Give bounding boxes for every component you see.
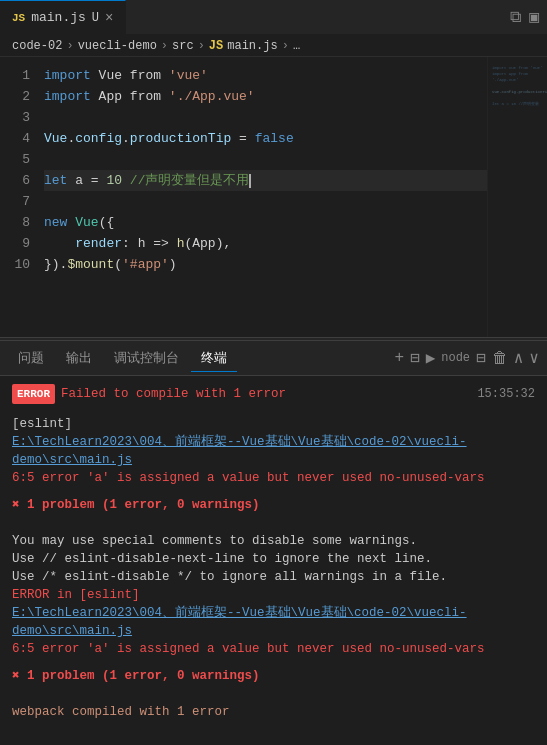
- terminal-tabs: 问题 输出 调试控制台 终端 + ⊟ ▶ node ⊟ 🗑 ∧ ∨: [0, 341, 547, 376]
- add-terminal-icon[interactable]: +: [394, 349, 404, 367]
- split-terminal-icon[interactable]: ⊟: [410, 348, 420, 368]
- code-line-4: Vue.config.productionTip = false: [44, 128, 487, 149]
- line-numbers: 1 2 3 4 5 6 7 8 9 10: [0, 57, 40, 337]
- tab-close-button[interactable]: ×: [105, 11, 113, 25]
- tab-bar: JS main.js U × ⧉ ▣: [0, 0, 547, 35]
- breadcrumb-sep: ›: [66, 39, 73, 53]
- hint-2: Use // eslint-disable-next-line to ignor…: [12, 550, 535, 568]
- run-icon[interactable]: ▶: [426, 348, 436, 368]
- code-line-9: render: h => h(App),: [44, 233, 487, 254]
- error-badge: ERROR: [12, 384, 55, 404]
- error-detail-2: 6:5 error 'a' is assigned a value but ne…: [12, 640, 535, 658]
- js-icon: JS: [12, 12, 25, 24]
- error-message: Failed to compile with 1 error: [61, 385, 286, 403]
- code-line-8: new Vue({: [44, 212, 487, 233]
- breadcrumb-item[interactable]: …: [293, 39, 300, 53]
- error-path-1: E:\TechLearn2023\004、前端框架--Vue基础\Vue基础\c…: [12, 433, 535, 469]
- error-timestamp: 15:35:32: [477, 385, 535, 403]
- eslint-header: [eslint]: [12, 415, 535, 433]
- code-line-1: import Vue from 'vue': [44, 65, 487, 86]
- panel-layout-icon[interactable]: ⊟: [476, 348, 486, 368]
- breadcrumb-sep: ›: [282, 39, 289, 53]
- tab-problems[interactable]: 问题: [8, 345, 54, 371]
- code-lines[interactable]: import Vue from 'vue' import App from '.…: [40, 57, 487, 337]
- code-line-3: [44, 107, 487, 128]
- tab-output[interactable]: 输出: [56, 345, 102, 371]
- minimap: import Vue from 'vue' import App from '.…: [487, 57, 547, 337]
- breadcrumb-item[interactable]: code-02: [12, 39, 62, 53]
- split-editor-icon[interactable]: ⧉: [510, 8, 521, 27]
- editor-actions: ⧉ ▣: [510, 7, 547, 27]
- tab-terminal[interactable]: 终端: [191, 345, 237, 372]
- breadcrumb-item[interactable]: main.js: [227, 39, 277, 53]
- breadcrumb-item[interactable]: vuecli-demo: [78, 39, 157, 53]
- code-editor: 1 2 3 4 5 6 7 8 9 10 import Vue from 'vu…: [0, 57, 547, 337]
- layout-icon[interactable]: ▣: [529, 7, 539, 27]
- node-label: node: [441, 351, 470, 365]
- trash-icon[interactable]: 🗑: [492, 349, 508, 368]
- terminal-content: ERROR Failed to compile with 1 error 15:…: [0, 376, 547, 745]
- chevron-up-icon[interactable]: ∧: [514, 348, 524, 368]
- tab-main-js[interactable]: JS main.js U ×: [0, 0, 126, 35]
- code-line-5: [44, 149, 487, 170]
- tab-label: main.js: [31, 10, 86, 25]
- code-line-10: }).$mount('#app'): [44, 254, 487, 275]
- error-path-2: E:\TechLearn2023\004、前端框架--Vue基础\Vue基础\c…: [12, 604, 535, 640]
- problem-summary-2: ✖ 1 problem (1 error, 0 warnings): [12, 667, 535, 685]
- tab-debug-console[interactable]: 调试控制台: [104, 345, 189, 371]
- hint-3: Use /* eslint-disable */ to ignore all w…: [12, 568, 535, 586]
- breadcrumb-sep: ›: [161, 39, 168, 53]
- error-detail-1: 6:5 error 'a' is assigned a value but ne…: [12, 469, 535, 487]
- error-line-1: ERROR Failed to compile with 1 error 15:…: [12, 384, 535, 404]
- webpack-line: webpack compiled with 1 error: [12, 703, 535, 721]
- breadcrumb-item[interactable]: src: [172, 39, 194, 53]
- code-line-7: [44, 191, 487, 212]
- breadcrumb: code-02 › vuecli-demo › src › JS main.js…: [0, 35, 547, 57]
- error-in: ERROR in [eslint]: [12, 586, 535, 604]
- terminal-actions: + ⊟ ▶ node ⊟ 🗑 ∧ ∨: [394, 348, 539, 368]
- breadcrumb-js-icon: JS: [209, 39, 223, 53]
- code-line-6: let a = 10 //声明变量但是不用: [44, 170, 487, 191]
- hint-1: You may use special comments to disable …: [12, 532, 535, 550]
- tab-modified: U: [92, 11, 99, 25]
- breadcrumb-sep: ›: [198, 39, 205, 53]
- code-line-2: import App from './App.vue': [44, 86, 487, 107]
- chevron-down-icon[interactable]: ∨: [529, 348, 539, 368]
- problem-summary-1: ✖ 1 problem (1 error, 0 warnings): [12, 496, 535, 514]
